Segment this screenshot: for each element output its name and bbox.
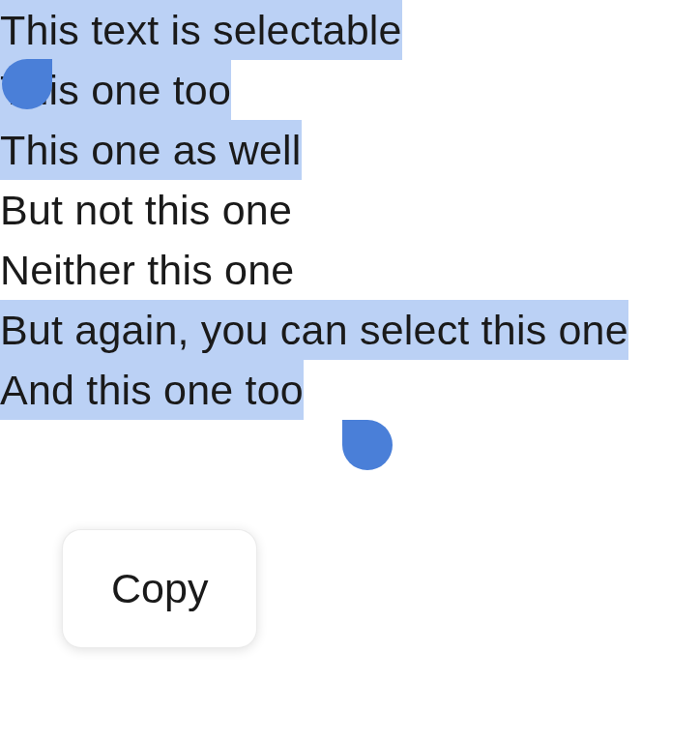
copy-button-label: Copy (111, 565, 208, 611)
text-line[interactable]: This text is selectable (0, 0, 700, 60)
text-line-content[interactable]: And this one too (0, 360, 304, 420)
text-line-content[interactable]: This text is selectable (0, 0, 402, 60)
text-line-content[interactable]: But again, you can select this one (0, 300, 628, 360)
copy-button[interactable]: Copy (62, 529, 257, 648)
selection-end-handle-icon[interactable] (342, 420, 393, 470)
text-line[interactable]: But again, you can select this one (0, 300, 700, 360)
text-line-content[interactable]: This one as well (0, 120, 302, 180)
text-line-content[interactable]: Neither this one (0, 240, 294, 300)
text-container: This text is selectable This one too Thi… (0, 0, 700, 420)
text-line[interactable]: And this one too (0, 360, 700, 420)
text-line[interactable]: This one as well (0, 120, 700, 180)
text-line[interactable]: Neither this one (0, 240, 700, 300)
text-line-content[interactable]: But not this one (0, 180, 292, 240)
selection-start-handle-icon[interactable] (2, 59, 52, 109)
text-line[interactable]: But not this one (0, 180, 700, 240)
text-line[interactable]: This one too (0, 60, 700, 120)
